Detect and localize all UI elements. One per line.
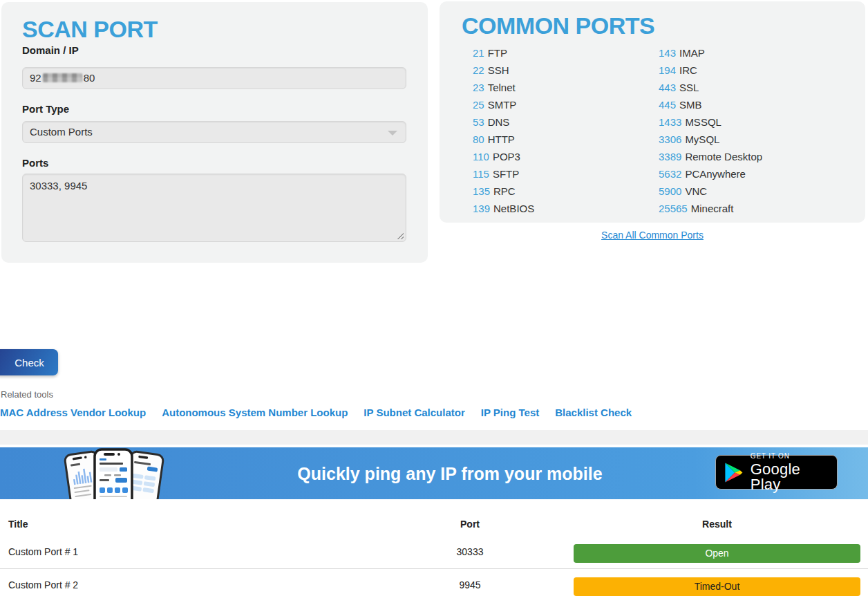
port-number-link[interactable]: 3306 — [659, 133, 681, 145]
common-port-item: 25SMTP — [473, 96, 534, 113]
domain-ip-value-prefix: 92 — [30, 72, 41, 84]
port-number-link[interactable]: 445 — [659, 99, 676, 111]
results-header-title: Title — [8, 519, 28, 530]
port-number-link[interactable]: 139 — [473, 203, 490, 214]
port-name: POP3 — [493, 151, 520, 162]
port-name: HTTP — [488, 133, 515, 145]
results-header-result: Result — [574, 519, 860, 530]
common-port-item: 143IMAP — [659, 44, 762, 62]
scan-all-wrap: Scan All Common Ports — [440, 229, 865, 241]
common-ports-panel: COMMON PORTS 21FTP 22SSH 23Telnet 25SMTP… — [440, 1, 865, 223]
resize-grip-icon[interactable] — [396, 232, 404, 239]
row-title: Custom Port # 1 — [8, 546, 78, 557]
common-port-item: 135RPC — [473, 183, 534, 200]
port-name: SSL — [679, 82, 699, 93]
scan-port-title: SCAN PORT — [22, 16, 158, 43]
common-port-item: 115SFTP — [473, 165, 534, 183]
domain-ip-value-suffix: 80 — [84, 72, 95, 84]
common-port-item: 1433MSSQL — [659, 113, 762, 131]
ports-textarea[interactable]: 30333, 9945 — [22, 174, 406, 242]
mobile-app-banner: Quickly ping any IP from your mobile GET… — [0, 447, 868, 499]
port-name: SSH — [488, 64, 509, 76]
port-name: MSSQL — [685, 116, 721, 128]
link-ip-subnet-calculator[interactable]: IP Subnet Calculator — [364, 407, 464, 418]
common-ports-title: COMMON PORTS — [462, 12, 654, 39]
port-number-link[interactable]: 1433 — [659, 116, 681, 128]
port-name: IMAP — [679, 47, 705, 59]
get-it-on-label: GET IT ON — [751, 453, 829, 460]
common-port-item: 443SSL — [659, 79, 762, 96]
common-port-item: 110POP3 — [473, 148, 534, 165]
port-type-select[interactable]: Custom Ports — [22, 121, 406, 143]
port-number-link[interactable]: 80 — [473, 133, 484, 145]
google-play-label: Google Play — [751, 462, 829, 492]
status-badge-timed-out: Timed-Out — [574, 577, 860, 596]
status-badge-open: Open — [574, 544, 860, 563]
common-port-item: 23Telnet — [473, 79, 534, 96]
related-tools-label: Related tools — [1, 389, 53, 400]
common-port-item: 5632PCAnywhere — [659, 165, 762, 183]
port-number-link[interactable]: 143 — [659, 47, 676, 59]
port-number-link[interactable]: 25565 — [659, 203, 688, 214]
google-play-text: GET IT ON Google Play — [751, 453, 829, 492]
ports-label: Ports — [22, 157, 48, 169]
port-name: FTP — [488, 47, 507, 59]
port-type-selected-value: Custom Ports — [30, 126, 93, 138]
port-number-link[interactable]: 21 — [473, 47, 484, 59]
chevron-down-icon — [388, 131, 397, 136]
link-mac-address-vendor-lookup[interactable]: MAC Address Vendor Lookup — [0, 407, 146, 418]
port-number-link[interactable]: 443 — [659, 82, 676, 93]
port-number-link[interactable]: 115 — [473, 168, 489, 180]
link-asn-lookup[interactable]: Autonomous System Number Lookup — [162, 407, 348, 418]
port-number-link[interactable]: 110 — [473, 151, 489, 162]
row-port: 30333 — [418, 546, 522, 557]
row-title: Custom Port # 2 — [8, 579, 78, 590]
scan-all-common-ports-link[interactable]: Scan All Common Ports — [601, 230, 704, 241]
common-port-item: 3306MySQL — [659, 131, 762, 148]
port-name: PCAnywhere — [685, 168, 746, 180]
common-port-item: 139NetBIOS — [473, 200, 534, 217]
check-button[interactable]: Check — [0, 349, 58, 375]
common-port-item: 5900VNC — [659, 183, 762, 200]
port-scanner-page: SCAN PORT Domain / IP 9280 Port Type Cus… — [0, 0, 868, 605]
port-number-link[interactable]: 3389 — [659, 151, 681, 162]
redacted-ip-blur — [43, 73, 82, 82]
common-port-item: 21FTP — [473, 44, 534, 62]
results-header-port: Port — [418, 519, 522, 530]
common-ports-left-column: 21FTP 22SSH 23Telnet 25SMTP 53DNS 80HTTP… — [473, 44, 534, 217]
link-ip-ping-test[interactable]: IP Ping Test — [481, 407, 539, 418]
port-name: Minecraft — [691, 203, 734, 214]
port-name: Remote Desktop — [685, 151, 762, 162]
link-blacklist-check[interactable]: Blacklist Check — [555, 407, 632, 418]
common-port-item: 445SMB — [659, 96, 762, 113]
ports-value: 30333, 9945 — [30, 180, 87, 192]
port-name: MySQL — [685, 133, 719, 145]
port-number-link[interactable]: 25 — [473, 99, 484, 111]
common-port-item: 80HTTP — [473, 131, 534, 148]
port-name: RPC — [493, 185, 516, 197]
port-name: Telnet — [488, 82, 516, 93]
google-play-badge[interactable]: GET IT ON Google Play — [715, 455, 838, 490]
common-port-item: 3389Remote Desktop — [659, 148, 762, 165]
row-divider — [0, 568, 868, 569]
row-port: 9945 — [418, 579, 522, 590]
port-name: IRC — [679, 64, 697, 76]
port-name: DNS — [488, 116, 510, 128]
common-port-item: 22SSH — [473, 62, 534, 79]
port-name: NetBIOS — [493, 203, 534, 214]
port-number-link[interactable]: 53 — [473, 116, 484, 128]
common-port-item: 53DNS — [473, 113, 534, 131]
port-type-label: Port Type — [22, 103, 69, 115]
common-port-item: 194IRC — [659, 62, 762, 79]
port-number-link[interactable]: 5632 — [659, 168, 681, 180]
port-number-link[interactable]: 5900 — [659, 185, 681, 197]
domain-ip-input[interactable]: 9280 — [22, 67, 406, 89]
port-number-link[interactable]: 194 — [659, 64, 676, 76]
port-number-link[interactable]: 23 — [473, 82, 484, 93]
port-number-link[interactable]: 135 — [473, 185, 490, 197]
port-number-link[interactable]: 22 — [473, 64, 484, 76]
scan-port-panel: SCAN PORT Domain / IP 9280 Port Type Cus… — [1, 2, 428, 263]
common-port-item: 25565Minecraft — [659, 200, 762, 217]
port-name: SMTP — [488, 99, 517, 111]
related-tools-links: MAC Address Vendor Lookup Autonomous Sys… — [0, 407, 632, 418]
